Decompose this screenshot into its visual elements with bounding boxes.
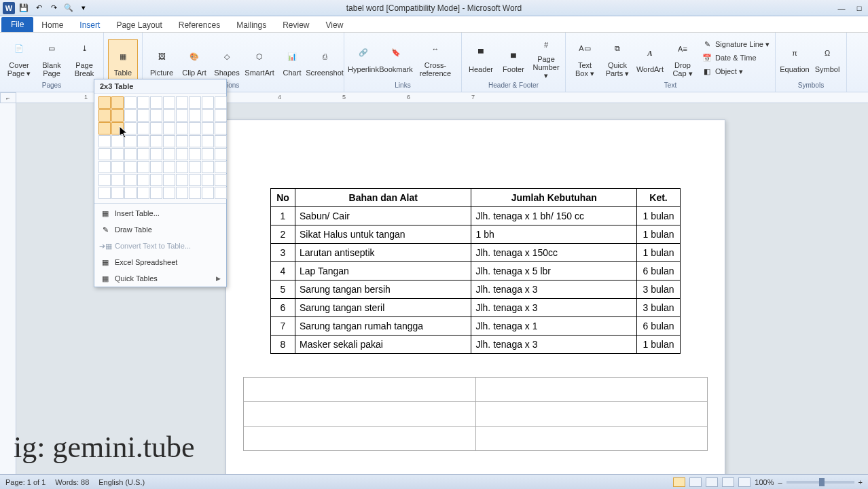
grid-cell[interactable]	[137, 122, 149, 134]
textbox-button[interactable]: A▭Text Box ▾	[570, 35, 600, 80]
cell-ket[interactable]: 3 bulan	[637, 299, 681, 317]
grid-cell[interactable]	[137, 109, 149, 122]
quick-tables-menu[interactable]: ▦Quick Tables▶	[94, 270, 226, 287]
zoom-slider[interactable]	[786, 481, 854, 484]
cell-jumlah[interactable]: 1 bh	[471, 225, 637, 244]
table-size-grid[interactable]	[94, 94, 226, 202]
grid-cell[interactable]	[137, 161, 149, 173]
grid-cell[interactable]	[98, 174, 111, 186]
grid-cell[interactable]	[215, 135, 227, 147]
grid-cell[interactable]	[150, 109, 162, 122]
main-table[interactable]: No Bahan dan Alat Jumlah Kebutuhan Ket. …	[270, 188, 681, 354]
equation-button[interactable]: πEquation	[780, 35, 810, 80]
cell-ket[interactable]: 1 bulan	[637, 207, 681, 225]
grid-cell[interactable]	[189, 148, 201, 160]
cell-no[interactable]: 2	[271, 225, 295, 244]
table-row[interactable]: 6Sarung tangan sterilJlh. tenaga x 33 bu…	[271, 299, 681, 317]
grid-cell[interactable]	[150, 122, 162, 134]
grid-cell[interactable]	[124, 109, 137, 122]
cell-bahan[interactable]: Sabun/ Cair	[295, 207, 471, 225]
cell-no[interactable]: 8	[271, 336, 295, 354]
crossref-button[interactable]: ↔Cross-reference	[414, 35, 457, 80]
table-row[interactable]: 4Lap TanganJlh. tenaga x 5 lbr6 bulan	[271, 262, 681, 280]
col-bahan[interactable]: Bahan dan Alat	[295, 189, 471, 207]
grid-cell[interactable]	[189, 135, 201, 147]
header-button[interactable]: ▀Header	[466, 35, 496, 80]
grid-cell[interactable]	[176, 122, 188, 134]
grid-cell[interactable]	[124, 122, 137, 134]
grid-cell[interactable]	[202, 96, 214, 109]
grid-cell[interactable]	[137, 174, 149, 186]
grid-cell[interactable]	[150, 174, 162, 186]
tab-insert[interactable]: Insert	[71, 18, 108, 32]
grid-cell[interactable]	[124, 161, 137, 173]
grid-cell[interactable]	[202, 135, 214, 147]
grid-cell[interactable]	[202, 161, 214, 173]
vertical-ruler[interactable]	[0, 103, 16, 474]
grid-cell[interactable]	[111, 122, 124, 134]
wordart-button[interactable]: AWordArt	[635, 35, 665, 80]
grid-cell[interactable]	[163, 109, 175, 122]
grid-cell[interactable]	[137, 135, 149, 147]
dropcap-button[interactable]: A≡Drop Cap ▾	[668, 35, 698, 80]
cell-no[interactable]: 3	[271, 244, 295, 262]
grid-cell[interactable]	[202, 148, 214, 160]
excel-spreadsheet-menu[interactable]: ▦Excel Spreadsheet	[94, 254, 226, 270]
tab-review[interactable]: Review	[274, 18, 317, 32]
cell-bahan[interactable]: Sarung tangan bersih	[295, 280, 471, 299]
redo-icon[interactable]: ↷	[48, 2, 60, 14]
cell-ket[interactable]: 1 bulan	[637, 244, 681, 262]
cell-no[interactable]: 1	[271, 207, 295, 225]
grid-cell[interactable]	[176, 148, 188, 160]
grid-cell[interactable]	[98, 122, 111, 134]
cell-no[interactable]: 5	[271, 280, 295, 299]
grid-cell[interactable]	[189, 187, 201, 199]
shapes-button[interactable]: ◇Shapes	[212, 39, 242, 84]
grid-cell[interactable]	[215, 148, 227, 160]
grid-cell[interactable]	[98, 148, 111, 160]
grid-cell[interactable]	[150, 187, 162, 199]
status-page[interactable]: Page: 1 of 1	[5, 478, 46, 486]
grid-cell[interactable]	[176, 96, 188, 109]
cell-ket[interactable]: 6 bulan	[637, 262, 681, 280]
grid-cell[interactable]	[189, 96, 201, 109]
table-row[interactable]: 7Sarung tangan rumah tanggaJlh. tenaga x…	[271, 317, 681, 336]
grid-cell[interactable]	[124, 174, 137, 186]
symbol-button[interactable]: ΩSymbol	[812, 35, 842, 80]
object-button[interactable]: ◧Object ▾	[700, 65, 771, 77]
col-no[interactable]: No	[271, 189, 295, 207]
cell-bahan[interactable]: Lap Tangan	[295, 262, 471, 280]
grid-cell[interactable]	[137, 148, 149, 160]
table-row[interactable]: 2Sikat Halus untuk tangan1 bh1 bulan	[271, 225, 681, 244]
grid-cell[interactable]	[163, 187, 175, 199]
grid-cell[interactable]	[137, 96, 149, 109]
quickparts-button[interactable]: ⧉Quick Parts ▾	[602, 35, 632, 80]
grid-cell[interactable]	[150, 148, 162, 160]
grid-cell[interactable]	[98, 187, 111, 199]
grid-cell[interactable]	[163, 122, 175, 134]
cell-bahan[interactable]: Larutan antiseptik	[295, 244, 471, 262]
cell-ket[interactable]: 3 bulan	[637, 280, 681, 299]
grid-cell[interactable]	[124, 187, 137, 199]
grid-cell[interactable]	[98, 96, 111, 109]
grid-cell[interactable]	[202, 187, 214, 199]
status-language[interactable]: English (U.S.)	[98, 478, 145, 486]
grid-cell[interactable]	[98, 161, 111, 173]
grid-cell[interactable]	[215, 187, 227, 199]
grid-cell[interactable]	[176, 187, 188, 199]
grid-cell[interactable]	[150, 135, 162, 147]
cell-ket[interactable]: 1 bulan	[637, 225, 681, 244]
signature-line-button[interactable]: ✎Signature Line ▾	[700, 38, 771, 50]
ruler-corner[interactable]: ⌐	[0, 92, 16, 103]
grid-cell[interactable]	[150, 161, 162, 173]
table-button[interactable]: ▦Table	[108, 39, 138, 84]
cell-bahan[interactable]: Sarung tangan steril	[295, 299, 471, 317]
zoom-level[interactable]: 100%	[755, 478, 774, 486]
grid-cell[interactable]	[111, 161, 124, 173]
grid-cell[interactable]	[202, 174, 214, 186]
date-time-button[interactable]: 📅Date & Time	[700, 52, 771, 64]
table-row[interactable]: 3Larutan antiseptikJlh. tenaga x 150cc1 …	[271, 244, 681, 262]
insert-table-menu[interactable]: ▦Insert Table...	[94, 205, 226, 221]
print-preview-icon[interactable]: 🔍	[62, 2, 75, 14]
grid-cell[interactable]	[176, 161, 188, 173]
